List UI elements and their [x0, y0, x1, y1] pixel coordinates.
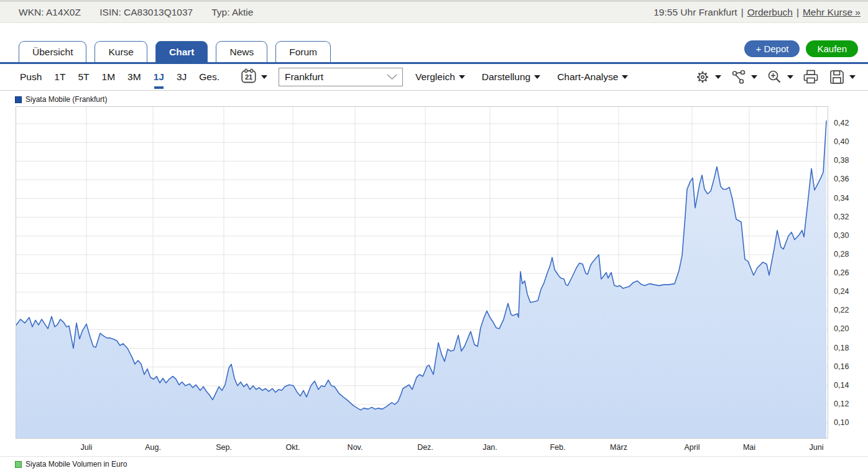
chevron-down-icon [787, 75, 793, 79]
legend-label: Siyata Mobile Volumen in Euro [25, 460, 127, 469]
x-tick-label: Feb. [536, 443, 579, 452]
exchange-select[interactable]: Frankfurt [279, 68, 403, 86]
chevron-down-icon [622, 75, 628, 79]
range-list: Push1T5T1M3M1J3JGes. [20, 71, 232, 83]
zoom-in-icon [766, 68, 783, 86]
tab-kurse[interactable]: Kurse [95, 41, 147, 62]
y-tick-label: 0,38 [834, 156, 849, 165]
action-buttons: + Depot Kaufen [744, 40, 858, 57]
y-tick-label: 0,34 [834, 194, 849, 203]
chevron-down-icon [387, 71, 397, 83]
x-tick-label: Jan. [468, 443, 512, 452]
y-tick-label: 0,12 [834, 400, 849, 408]
range-push[interactable]: Push [20, 71, 42, 83]
x-tick-label: Nov. [333, 443, 377, 452]
chevron-down-icon [261, 75, 267, 79]
y-tick-label: 0,26 [834, 268, 849, 277]
tool-icon-group [691, 68, 868, 86]
y-tick-label: 0,20 [834, 324, 849, 333]
calendar-icon: 21 [241, 68, 257, 86]
volume-series-legend: Siyata Mobile Volumen in Euro [15, 460, 868, 469]
settings-gear-icon [694, 68, 711, 86]
menu-chart-analyse[interactable]: Chart-Analyse [557, 71, 628, 83]
orderbuch-link[interactable]: Orderbuch [747, 7, 793, 18]
y-tick-label: 0,16 [834, 362, 849, 371]
y-tick-label: 0,36 [834, 175, 849, 183]
x-tick-label: Juni [795, 443, 838, 452]
chevron-down-icon [751, 75, 757, 79]
range-ges[interactable]: Ges. [199, 71, 219, 83]
chart-plot-area[interactable] [16, 106, 828, 439]
x-tick-label: Aug. [131, 443, 175, 452]
save-icon [828, 68, 846, 86]
instrument-ids: WKN: A14X0Z ISIN: CA83013Q1037 Typ: Akti… [19, 7, 269, 18]
chart-toolbar: Push1T5T1M3M1J3JGes. 21 Frankfurt Vergle… [0, 64, 868, 91]
menu-vergleich[interactable]: Vergleich [415, 71, 465, 83]
legend-label: Siyata Mobile (Frankfurt) [25, 95, 107, 104]
instrument-header-bar: WKN: A14X0Z ISIN: CA83013Q1037 Typ: Akti… [0, 0, 868, 23]
x-tick-label: März [597, 443, 640, 452]
menu-list: VergleichDarstellungChart-Analyse [415, 71, 645, 83]
zoom-button[interactable] [764, 68, 796, 86]
exchange-select-value: Frankfurt [285, 71, 323, 83]
mehr-kurse-link[interactable]: Mehr Kurse » [803, 7, 861, 18]
y-tick-label: 0,30 [834, 231, 849, 240]
quote-links: 19:55 Uhr Frankfurt | Orderbuch | Mehr K… [653, 7, 861, 18]
legend-color-swatch [15, 461, 22, 468]
y-tick-label: 0,32 [834, 213, 849, 221]
y-tick-label: 0,10 [834, 418, 849, 427]
range-1t[interactable]: 1T [54, 71, 65, 83]
legend-color-swatch [15, 96, 22, 103]
x-tick-label: Okt. [271, 443, 315, 452]
calendar-button[interactable]: 21 [241, 68, 267, 86]
save-button[interactable] [826, 68, 858, 86]
main-tab-bar: ÜbersichtKurseChartNewsForum + Depot Kau… [0, 39, 868, 64]
kaufen-button[interactable]: Kaufen [806, 40, 858, 57]
y-tick-label: 0,18 [834, 344, 849, 352]
y-tick-label: 0,24 [834, 287, 849, 296]
tab-bersicht[interactable]: Übersicht [19, 41, 86, 62]
price-series-legend: Siyata Mobile (Frankfurt) [15, 95, 868, 104]
tab-news[interactable]: News [216, 41, 267, 62]
wkn-label: WKN: A14X0Z [19, 7, 81, 17]
separator: | [796, 7, 799, 18]
y-tick-label: 0,40 [834, 137, 849, 146]
quote-time: 19:55 Uhr Frankfurt [653, 7, 737, 18]
y-tick-label: 0,14 [834, 381, 849, 390]
depot-button[interactable]: + Depot [744, 40, 800, 57]
chevron-down-icon [459, 75, 465, 79]
x-tick-label: Juli [65, 443, 108, 452]
settings-gear-button[interactable] [691, 68, 724, 86]
volume-panel-divider [0, 456, 868, 457]
range-3j[interactable]: 3J [177, 71, 187, 83]
tab-chart[interactable]: Chart [155, 41, 208, 62]
chevron-down-icon [849, 75, 856, 79]
x-tick-label: April [670, 443, 714, 452]
indicators-nodes-icon [730, 68, 747, 86]
y-tick-label: 0,22 [834, 306, 849, 314]
isin-label: ISIN: CA83013Q1037 [99, 7, 193, 17]
print-button[interactable] [800, 68, 822, 86]
range-1m[interactable]: 1M [102, 71, 116, 83]
separator: | [741, 7, 744, 18]
y-tick-label: 0,42 [834, 119, 849, 127]
svg-text:21: 21 [245, 73, 252, 80]
tab-forum[interactable]: Forum [275, 41, 331, 62]
x-tick-label: Mai [727, 443, 771, 452]
print-icon [802, 68, 820, 86]
range-1j[interactable]: 1J [154, 71, 164, 83]
price-chart: 0,100,120,140,160,180,200,220,240,260,28… [0, 106, 868, 456]
indicators-nodes-button[interactable] [727, 68, 760, 86]
x-tick-label: Sep. [202, 443, 246, 452]
chevron-down-icon [534, 75, 540, 79]
y-tick-label: 0,28 [834, 250, 849, 258]
range-3m[interactable]: 3M [127, 71, 141, 83]
typ-label: Typ: Aktie [211, 7, 253, 17]
x-tick-label: Dez. [404, 443, 447, 452]
tab-list: ÜbersichtKurseChartNewsForum [19, 41, 339, 62]
chevron-down-icon [715, 75, 721, 79]
range-5t[interactable]: 5T [78, 71, 89, 83]
menu-darstellung[interactable]: Darstellung [482, 71, 540, 83]
